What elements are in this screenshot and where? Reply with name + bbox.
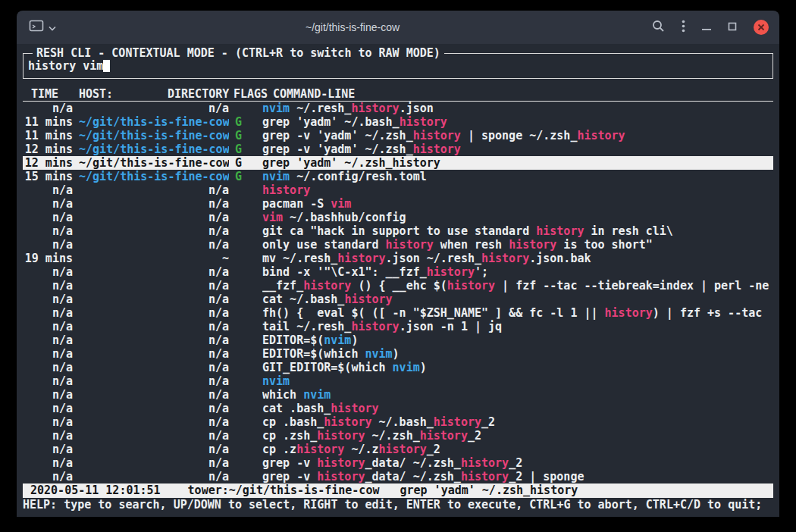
command-segment: cp .bash_ bbox=[262, 415, 324, 429]
row-flags bbox=[235, 183, 256, 197]
row-host: ~/git/this-is-fine-cow bbox=[79, 129, 229, 142]
row-command: nvim ~/.resh_history.json bbox=[262, 102, 773, 115]
command-segment: __fzf_ bbox=[262, 279, 303, 293]
row-flags bbox=[235, 265, 256, 279]
history-row[interactable]: n/a n/a which nvim bbox=[23, 388, 773, 402]
text-cursor bbox=[103, 60, 110, 72]
status-datetime: 2020-05-11 12:01:51 bbox=[30, 483, 161, 498]
header-command: COMMAND-LINE bbox=[273, 87, 355, 101]
command-segment: .json bbox=[400, 102, 434, 115]
row-host: n/a bbox=[79, 320, 229, 333]
history-row[interactable]: 15 mins ~/git/this-is-fine-cow G nvim ~/… bbox=[23, 170, 773, 183]
new-tab-button[interactable] bbox=[29, 20, 56, 35]
history-row[interactable]: n/a n/a only use standard history when r… bbox=[23, 238, 773, 252]
command-segment: nvim bbox=[324, 333, 351, 347]
command-segment: grep -v 'yadm' ~/.zsh_ bbox=[262, 142, 413, 156]
history-row[interactable]: n/a n/a cat .bash_history bbox=[23, 402, 773, 415]
command-segment: EDITOR=$( bbox=[262, 333, 324, 347]
history-row[interactable]: n/a n/a fh() { eval $( ([ -n "$ZSH_NAME"… bbox=[23, 306, 773, 320]
row-command: fh() { eval $( ([ -n "$ZSH_NAME" ] && fc… bbox=[262, 306, 773, 320]
restore-button[interactable] bbox=[728, 22, 737, 33]
row-host: n/a bbox=[79, 456, 229, 470]
command-segment: cp .z bbox=[262, 443, 296, 456]
header-time: TIME bbox=[31, 87, 58, 101]
search-box-legend: RESH CLI - CONTEXTUAL MODE - (CTRL+R to … bbox=[33, 46, 444, 60]
history-row[interactable]: n/a n/a cat ~/.bash_history bbox=[23, 293, 773, 306]
row-command: grep -v history_data/ ~/.zsh_history_2 bbox=[262, 456, 773, 470]
command-segment: GIT_EDITOR=$(which bbox=[262, 361, 393, 374]
command-segment: ) bbox=[351, 333, 358, 347]
command-segment: git ca "hack in support to use standard bbox=[262, 224, 536, 238]
command-segment: history bbox=[262, 183, 310, 197]
close-button[interactable] bbox=[754, 20, 769, 35]
row-command: cat ~/.bash_history bbox=[262, 293, 773, 306]
row-host: n/a bbox=[79, 429, 229, 443]
command-segment: history bbox=[400, 115, 447, 129]
history-row[interactable]: n/a n/a pacman -S vim bbox=[23, 197, 773, 211]
history-row[interactable]: n/a n/a vim ~/.bashhub/config bbox=[23, 211, 773, 224]
command-segment: nvim bbox=[303, 388, 331, 402]
history-row[interactable]: n/a n/a GIT_EDITOR=$(which nvim) bbox=[23, 361, 773, 374]
command-segment: _2 bbox=[509, 456, 522, 470]
history-row[interactable]: n/a n/a nvim bbox=[23, 374, 773, 388]
row-host: ~/git/this-is-fine-cow bbox=[79, 115, 229, 129]
history-row[interactable]: n/a n/a cp .zsh_history ~/.zsh_history_2 bbox=[23, 429, 773, 443]
command-segment: ~/.zsh_ bbox=[365, 429, 419, 443]
history-row[interactable]: n/a n/a tail ~/.resh_history.json -n 1 |… bbox=[23, 320, 773, 333]
row-time: n/a bbox=[23, 429, 73, 443]
command-segment: .json -n 1 | jq bbox=[400, 320, 502, 333]
row-command: GIT_EDITOR=$(which nvim) bbox=[262, 361, 773, 374]
row-command: cp .zsh_history ~/.zsh_history_2 bbox=[262, 429, 773, 443]
history-row[interactable]: n/a n/a EDITOR=$(which nvim) bbox=[23, 347, 773, 361]
history-row[interactable]: n/a n/a __fzf_history () { __ehc $(histo… bbox=[23, 279, 773, 293]
history-row[interactable]: n/a n/a EDITOR=$(nvim) bbox=[23, 333, 773, 347]
history-row[interactable]: n/a n/a cp .bash_history ~/.bash_history… bbox=[23, 415, 773, 429]
history-row[interactable]: 11 mins ~/git/this-is-fine-cow G grep 'y… bbox=[23, 115, 773, 129]
row-flags bbox=[235, 306, 256, 320]
row-time: n/a bbox=[23, 443, 73, 456]
command-segment: fh() { eval $( ([ -n "$ZSH_NAME" ] && fc… bbox=[262, 306, 605, 320]
history-row[interactable]: 19 mins ~ mv ~/.resh_history.json ~/.res… bbox=[23, 252, 773, 265]
history-row[interactable]: n/a n/a grep -v history_data/ ~/.zsh_his… bbox=[23, 456, 773, 470]
status-command: grep 'yadm' ~/.zsh_history bbox=[400, 483, 578, 498]
history-row[interactable]: n/a n/a bind -x '"\C-x1": __fzf_history'… bbox=[23, 265, 773, 279]
command-segment: in resh cli\ bbox=[584, 224, 672, 238]
command-segment: ) bbox=[393, 347, 400, 361]
row-time: n/a bbox=[23, 265, 73, 279]
command-segment: ) bbox=[420, 361, 427, 374]
command-segment: history bbox=[344, 293, 392, 306]
chevron-down-icon bbox=[49, 22, 56, 33]
command-segment: pacman -S bbox=[262, 197, 331, 211]
history-row[interactable]: 11 mins ~/git/this-is-fine-cow G grep -v… bbox=[23, 129, 773, 142]
search-button[interactable] bbox=[652, 20, 665, 35]
row-command: tail ~/.resh_history.json -n 1 | jq bbox=[262, 320, 773, 333]
row-time: n/a bbox=[23, 306, 73, 320]
history-row[interactable]: n/a n/a history bbox=[23, 183, 773, 197]
row-host: ~ bbox=[79, 252, 229, 265]
minimize-button[interactable] bbox=[702, 22, 711, 33]
row-command: nvim bbox=[262, 374, 773, 388]
command-segment: .json ~/.resh_ bbox=[386, 252, 481, 265]
menu-button[interactable] bbox=[682, 20, 685, 35]
row-host: n/a bbox=[79, 279, 229, 293]
row-host: n/a bbox=[79, 415, 229, 429]
command-segment: | fzf --tac --tiebreak=index | perl -ne bbox=[495, 279, 769, 293]
row-time: n/a bbox=[23, 415, 73, 429]
row-host: n/a bbox=[79, 388, 229, 402]
history-row[interactable]: 12 mins ~/git/this-is-fine-cow G grep 'y… bbox=[23, 156, 773, 170]
command-segment: _2 bbox=[427, 443, 440, 456]
row-time: n/a bbox=[23, 238, 73, 252]
row-flags bbox=[235, 456, 256, 470]
row-command: mv ~/.resh_history.json ~/.resh_history.… bbox=[262, 252, 773, 265]
history-row[interactable]: n/a n/a cp .zhistory ~/.zhistory_2 bbox=[23, 443, 773, 456]
history-row[interactable]: n/a n/a git ca "hack in support to use s… bbox=[23, 224, 773, 238]
row-time: 19 mins bbox=[23, 252, 73, 265]
history-row[interactable]: n/a n/a nvim ~/.resh_history.json bbox=[23, 102, 773, 115]
command-segment: cat .bash_ bbox=[262, 402, 331, 415]
row-time: n/a bbox=[23, 456, 73, 470]
history-row[interactable]: 12 mins ~/git/this-is-fine-cow G grep -v… bbox=[23, 142, 773, 156]
resh-search-box: RESH CLI - CONTEXTUAL MODE - (CTRL+R to … bbox=[23, 53, 773, 79]
history-row[interactable]: n/a n/a grep -v history_data/ ~/.zsh_his… bbox=[23, 470, 773, 483]
row-command: grep -v history_data/ ~/.zsh_history_2 |… bbox=[262, 470, 773, 483]
row-flags bbox=[235, 279, 256, 293]
